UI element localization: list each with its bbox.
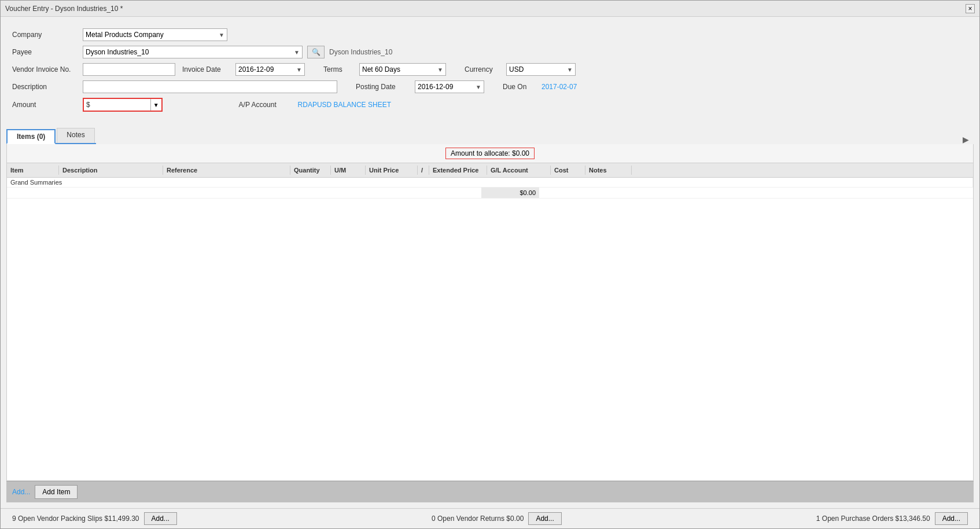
binoculars-icon: 🔍: [312, 48, 320, 56]
purchase-orders-section: 1 Open Purchase Orders $13,346.50 Add...: [816, 512, 968, 525]
company-label: Company: [12, 31, 76, 39]
currency-arrow: ▼: [567, 67, 573, 73]
purchase-orders-add-button[interactable]: Add...: [935, 512, 968, 525]
currency-wrapper: USD ▼: [506, 63, 576, 76]
currency-value: USD: [509, 65, 524, 74]
currency-label: Currency: [465, 65, 499, 74]
main-content: Company Metal Products Company ▼ Payee D…: [1, 17, 979, 508]
amount-wrapper: $ 0.00 ▼: [83, 98, 163, 112]
binoculars-button[interactable]: 🔍: [307, 46, 325, 58]
tab-items[interactable]: Items (0): [6, 129, 56, 144]
col-header-um: U/M: [331, 166, 366, 175]
main-tabs-area: Items (0) Notes ▶ Amount to allocate: $0…: [6, 122, 974, 502]
terms-select[interactable]: Net 60 Days ▼: [359, 63, 446, 76]
table-empty-area: [7, 199, 973, 480]
posting-date-select[interactable]: 2016-12-09 ▼: [415, 80, 484, 93]
col-header-gl-account: G/L Account: [487, 166, 551, 175]
tab-notes[interactable]: Notes: [57, 128, 94, 143]
main-window: Voucher Entry - Dyson Industries_10 * × …: [0, 0, 980, 529]
packing-slips-text: 9 Open Vendor Packing Slips $11,499.30: [12, 515, 139, 523]
col-header-cost: Cost: [551, 166, 585, 175]
col-header-notes: Notes: [585, 166, 632, 175]
tabs-container: Items (0) Notes ▶: [6, 122, 974, 144]
col-header-reference: Reference: [163, 166, 290, 175]
packing-slips-section: 9 Open Vendor Packing Slips $11,499.30 A…: [12, 512, 177, 525]
invoice-date-label: Invoice Date: [182, 65, 229, 74]
company-value: Metal Products Company: [86, 31, 164, 39]
grand-summaries-label: Grand Summaries: [7, 178, 973, 187]
col-header-extended-price: Extended Price: [429, 166, 487, 175]
company-dropdown-arrow: ▼: [219, 32, 224, 38]
posting-date-arrow: ▼: [476, 84, 481, 90]
invoice-date-arrow: ▼: [296, 67, 302, 73]
vendor-invoice-label: Vendor Invoice No.: [12, 65, 76, 74]
grand-summaries-row: Grand Summaries: [7, 178, 973, 188]
col-header-description: Description: [59, 166, 163, 175]
amount-input[interactable]: 0.00: [93, 101, 150, 109]
vendor-returns-text: 0 Open Vendor Returns $0.00: [432, 515, 524, 523]
col-header-quantity: Quantity: [290, 166, 331, 175]
terms-arrow: ▼: [437, 67, 443, 73]
table-header: Item Description Reference Quantity U/M …: [7, 163, 973, 178]
invoice-date-value: 2016-12-09: [238, 65, 274, 74]
form-area: Company Metal Products Company ▼ Payee D…: [6, 23, 974, 122]
payee-display-text: Dyson Industries_10: [329, 48, 392, 56]
company-row: Company Metal Products Company ▼: [12, 28, 968, 41]
col-header-item: Item: [7, 166, 59, 175]
terms-label: Terms: [323, 65, 352, 74]
col-header-unit-price: Unit Price: [366, 166, 418, 175]
amount-row: Amount $ 0.00 ▼ A/P Account RDAPUSD BALA…: [12, 98, 968, 112]
terms-wrapper: Net 60 Days ▼: [359, 63, 446, 76]
due-on-value: 2017-02-07: [541, 83, 577, 91]
payee-label: Payee: [12, 48, 76, 56]
tab-content: Amount to allocate: $0.00 Item Descripti…: [6, 144, 974, 481]
allocate-bar: Amount to allocate: $0.00: [7, 144, 973, 163]
company-select-wrapper: Metal Products Company ▼: [83, 28, 227, 41]
description-row: Description Posting Date 2016-12-09 ▼ Du…: [12, 80, 968, 93]
col-header-slash: /: [418, 166, 429, 175]
due-on-label: Due On: [503, 83, 535, 91]
description-label: Description: [12, 83, 76, 91]
vendor-invoice-input[interactable]: 000000: [83, 63, 175, 76]
payee-value: Dyson Industries_10: [86, 48, 149, 56]
currency-select[interactable]: USD ▼: [506, 63, 576, 76]
add-item-button[interactable]: Add Item: [35, 485, 78, 499]
company-select[interactable]: Metal Products Company ▼: [83, 28, 227, 41]
amount-dropdown-arrow[interactable]: ▼: [150, 99, 161, 111]
posting-date-wrapper: 2016-12-09 ▼: [415, 80, 484, 93]
vendor-returns-add-button[interactable]: Add...: [528, 512, 561, 525]
posting-date-label: Posting Date: [356, 83, 408, 91]
allocate-badge: Amount to allocate: $0.00: [445, 148, 535, 159]
description-input[interactable]: [83, 80, 337, 93]
gt-spacer: [7, 188, 481, 198]
posting-date-value: 2016-12-09: [418, 83, 453, 91]
bottom-toolbar: Add... Add Item: [6, 481, 974, 502]
scroll-arrow-right[interactable]: ▶: [958, 135, 974, 144]
status-bar: 9 Open Vendor Packing Slips $11,499.30 A…: [1, 508, 979, 528]
amount-label: Amount: [12, 101, 76, 109]
packing-slips-add-button[interactable]: Add...: [144, 512, 177, 525]
invoice-row: Vendor Invoice No. 000000 Invoice Date 2…: [12, 63, 968, 76]
grand-total-row: $0.00: [7, 188, 973, 199]
tabs-bar: Items (0) Notes: [6, 128, 96, 144]
invoice-date-select[interactable]: 2016-12-09 ▼: [235, 63, 305, 76]
invoice-date-wrapper: 2016-12-09 ▼: [235, 63, 305, 76]
title-bar: Voucher Entry - Dyson Industries_10 * ×: [1, 1, 979, 17]
payee-input-area: Dyson Industries_10 ▼ 🔍 Dyson Industries…: [83, 46, 392, 58]
payee-select-wrapper: Dyson Industries_10 ▼: [83, 46, 303, 58]
amount-dollar: $: [84, 101, 93, 109]
close-button[interactable]: ×: [966, 4, 975, 13]
add-link[interactable]: Add...: [12, 488, 30, 496]
grand-total-value: $0.00: [481, 188, 539, 198]
purchase-orders-text: 1 Open Purchase Orders $13,346.50: [816, 515, 930, 523]
ap-account-link[interactable]: RDAPUSD BALANCE SHEET: [298, 101, 391, 109]
ap-account-label: A/P Account: [239, 101, 291, 109]
vendor-returns-section: 0 Open Vendor Returns $0.00 Add...: [432, 512, 562, 525]
terms-value: Net 60 Days: [362, 65, 400, 74]
payee-dropdown-arrow: ▼: [294, 49, 300, 56]
payee-select[interactable]: Dyson Industries_10 ▼: [83, 46, 303, 58]
window-title: Voucher Entry - Dyson Industries_10 *: [5, 5, 123, 13]
payee-row: Payee Dyson Industries_10 ▼ 🔍 Dyson Indu…: [12, 46, 968, 58]
